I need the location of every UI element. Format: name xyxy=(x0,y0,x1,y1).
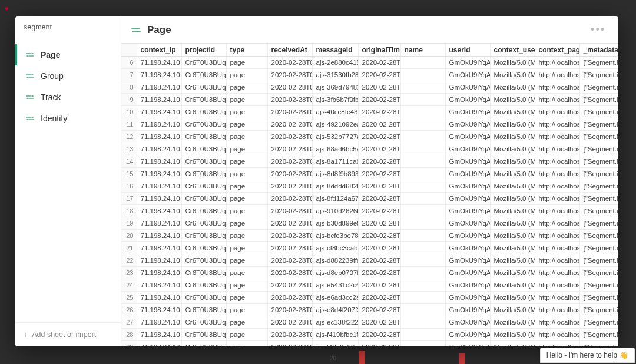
cell-_metadata_bundled[interactable]: ["Segment.io" xyxy=(579,341,618,347)
cell-originalTimestamp[interactable]: 2020-02-28T05: xyxy=(358,118,400,131)
cell-context_page_url[interactable]: http://localhost xyxy=(535,168,579,180)
cell-messageId[interactable]: ajs-8fd124a673 xyxy=(312,193,358,205)
cell-_metadata_bundled[interactable]: ["Segment.io" xyxy=(579,143,618,155)
cell-userId[interactable]: GmOkU9iYqANp xyxy=(445,57,490,69)
table-row[interactable]: 1971.198.24.10Cr6T0U3BUqpage2020-02-28T0… xyxy=(121,217,618,230)
cell-originalTimestamp[interactable]: 2020-02-28T05: xyxy=(358,341,400,347)
cell-name[interactable] xyxy=(400,81,445,94)
cell-originalTimestamp[interactable]: 2020-02-28T05: xyxy=(358,267,400,279)
cell-_metadata_bundled[interactable]: ["Segment.io" xyxy=(579,279,618,292)
cell-type[interactable]: page xyxy=(226,94,267,106)
cell-userId[interactable]: GmOkU9iYqANp xyxy=(445,205,490,217)
cell-context_page_url[interactable]: http://localhost xyxy=(535,155,579,168)
cell-projectId[interactable]: Cr6T0U3BUq xyxy=(181,329,226,341)
data-grid[interactable]: context_ipprojectIdtypereceivedAtmessage… xyxy=(121,44,618,346)
cell-context_page_url[interactable]: http://localhost xyxy=(535,267,579,279)
cell-projectId[interactable]: Cr6T0U3BUq xyxy=(181,131,226,143)
cell-messageId[interactable]: ajs-f419bfbc1fa xyxy=(312,329,358,341)
cell-context_page_url[interactable]: http://localhost xyxy=(535,217,579,230)
cell-_metadata_bundled[interactable]: ["Segment.io" xyxy=(579,254,618,267)
cell-messageId[interactable]: ajs-8dddd68280 xyxy=(312,180,358,193)
cell-_metadata_bundled[interactable]: ["Segment.io" xyxy=(579,168,618,180)
cell-_metadata_bundled[interactable]: ["Segment.io" xyxy=(579,267,618,279)
cell-context_userAgent[interactable]: Mozilla/5.0 (Ma xyxy=(490,267,535,279)
cell-originalTimestamp[interactable]: 2020-02-28T05: xyxy=(358,230,400,242)
cell-context_page_url[interactable]: http://localhost xyxy=(535,81,579,94)
cell-context_page_url[interactable]: http://localhost xyxy=(535,143,579,155)
cell-originalTimestamp[interactable]: 2020-02-28T05: xyxy=(358,242,400,254)
sidebar-item-track[interactable]: Track xyxy=(15,87,121,108)
cell-name[interactable] xyxy=(400,242,445,254)
cell-_metadata_bundled[interactable]: ["Segment.io" xyxy=(579,329,618,341)
cell-messageId[interactable]: ajs-bcfe3be784 xyxy=(312,230,358,242)
cell-originalTimestamp[interactable]: 2020-02-28T05: xyxy=(358,94,400,106)
cell-name[interactable] xyxy=(400,180,445,193)
cell-context_ip[interactable]: 71.198.24.10 xyxy=(137,131,181,143)
cell-originalTimestamp[interactable]: 2020-02-28T05: xyxy=(358,155,400,168)
cell-projectId[interactable]: Cr6T0U3BUq xyxy=(181,155,226,168)
table-row[interactable]: 2871.198.24.10Cr6T0U3BUqpage2020-02-28T0… xyxy=(121,329,618,341)
cell-type[interactable]: page xyxy=(226,193,267,205)
cell-userId[interactable]: GmOkU9iYqANp xyxy=(445,279,490,292)
cell-_metadata_bundled[interactable]: ["Segment.io" xyxy=(579,81,618,94)
cell-context_page_url[interactable]: http://localhost xyxy=(535,292,579,304)
cell-receivedAt[interactable]: 2020-02-28T05: xyxy=(267,57,312,69)
cell-userId[interactable]: GmOkU9iYqANp xyxy=(445,180,490,193)
cell-originalTimestamp[interactable]: 2020-02-28T05: xyxy=(358,205,400,217)
cell-type[interactable]: page xyxy=(226,341,267,347)
cell-type[interactable]: page xyxy=(226,279,267,292)
cell-userId[interactable]: GmOkU9iYqANp xyxy=(445,143,490,155)
table-row[interactable]: 2571.198.24.10Cr6T0U3BUqpage2020-02-28T0… xyxy=(121,292,618,304)
cell-type[interactable]: page xyxy=(226,254,267,267)
table-row[interactable]: 1271.198.24.10Cr6T0U3BUqpage2020-02-28T0… xyxy=(121,131,618,143)
cell-_metadata_bundled[interactable]: ["Segment.io" xyxy=(579,292,618,304)
cell-receivedAt[interactable]: 2020-02-28T05: xyxy=(267,217,312,230)
cell-context_page_url[interactable]: http://localhost xyxy=(535,205,579,217)
cell-projectId[interactable]: Cr6T0U3BUq xyxy=(181,217,226,230)
cell-projectId[interactable]: Cr6T0U3BUq xyxy=(181,279,226,292)
cell-_metadata_bundled[interactable]: ["Segment.io" xyxy=(579,242,618,254)
cell-originalTimestamp[interactable]: 2020-02-28T05: xyxy=(358,106,400,118)
table-row[interactable]: 2371.198.24.10Cr6T0U3BUqpage2020-02-28T0… xyxy=(121,267,618,279)
cell-context_userAgent[interactable]: Mozilla/5.0 (Ma xyxy=(490,292,535,304)
cell-context_ip[interactable]: 71.198.24.10 xyxy=(137,155,181,168)
cell-originalTimestamp[interactable]: 2020-02-28T05: xyxy=(358,193,400,205)
cell-originalTimestamp[interactable]: 2020-02-28T05: xyxy=(358,329,400,341)
table-row[interactable]: 2071.198.24.10Cr6T0U3BUqpage2020-02-28T0… xyxy=(121,230,618,242)
cell-type[interactable]: page xyxy=(226,81,267,94)
cell-context_userAgent[interactable]: Mozilla/5.0 (Ma xyxy=(490,193,535,205)
cell-messageId[interactable]: ajs-4921092ea1 xyxy=(312,118,358,131)
column-header-name[interactable]: name xyxy=(400,44,445,57)
sidebar-item-identify[interactable]: Identify xyxy=(15,108,121,129)
cell-context_ip[interactable]: 71.198.24.10 xyxy=(137,168,181,180)
table-row[interactable]: 2671.198.24.10Cr6T0U3BUqpage2020-02-28T0… xyxy=(121,304,618,316)
cell-receivedAt[interactable]: 2020-02-28T05: xyxy=(267,94,312,106)
cell-context_userAgent[interactable]: Mozilla/5.0 (Ma xyxy=(490,341,535,347)
cell-name[interactable] xyxy=(400,292,445,304)
cell-originalTimestamp[interactable]: 2020-02-28T05: xyxy=(358,131,400,143)
cell-context_userAgent[interactable]: Mozilla/5.0 (Ma xyxy=(490,81,535,94)
cell-_metadata_bundled[interactable]: ["Segment.io" xyxy=(579,57,618,69)
cell-context_page_url[interactable]: http://localhost xyxy=(535,131,579,143)
cell-userId[interactable]: GmOkU9iYqANp xyxy=(445,267,490,279)
cell-userId[interactable]: GmOkU9iYqANp xyxy=(445,316,490,329)
cell-context_ip[interactable]: 71.198.24.10 xyxy=(137,292,181,304)
sidebar-item-group[interactable]: Group xyxy=(15,65,121,87)
cell-context_userAgent[interactable]: Mozilla/5.0 (Ma xyxy=(490,131,535,143)
cell-context_page_url[interactable]: http://localhost xyxy=(535,69,579,81)
cell-messageId[interactable]: ajs-40cc8fc436 xyxy=(312,106,358,118)
cell-receivedAt[interactable]: 2020-02-28T05: xyxy=(267,131,312,143)
cell-_metadata_bundled[interactable]: ["Segment.io" xyxy=(579,230,618,242)
column-header-context_userAgent[interactable]: context_userAgent xyxy=(490,44,535,57)
cell-context_page_url[interactable]: http://localhost xyxy=(535,304,579,316)
cell-type[interactable]: page xyxy=(226,180,267,193)
cell-_metadata_bundled[interactable]: ["Segment.io" xyxy=(579,118,618,131)
cell-context_page_url[interactable]: http://localhost xyxy=(535,118,579,131)
cell-_metadata_bundled[interactable]: ["Segment.io" xyxy=(579,131,618,143)
cell-receivedAt[interactable]: 2020-02-28T05: xyxy=(267,279,312,292)
cell-receivedAt[interactable]: 2020-02-28T05: xyxy=(267,106,312,118)
cell-projectId[interactable]: Cr6T0U3BUq xyxy=(181,254,226,267)
cell-receivedAt[interactable]: 2020-02-28T05: xyxy=(267,267,312,279)
cell-userId[interactable]: GmOkU9iYqANp xyxy=(445,118,490,131)
cell-context_ip[interactable]: 71.198.24.10 xyxy=(137,193,181,205)
